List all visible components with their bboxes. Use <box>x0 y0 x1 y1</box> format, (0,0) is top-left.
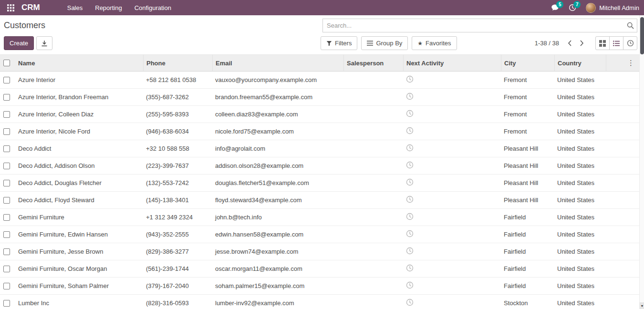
header-city[interactable]: City <box>501 55 554 71</box>
customers-list: Name Phone Email Salesperson Next Activi… <box>0 54 639 309</box>
app-name[interactable]: CRM <box>21 3 40 12</box>
row-select-cell <box>0 145 13 152</box>
customer-email: edwin.hansen58@example.com <box>212 231 343 238</box>
table-row[interactable]: Gemini Furniture, Jesse Brown(829)-386-3… <box>0 243 639 260</box>
header-phone[interactable]: Phone <box>143 55 212 71</box>
menu-sales[interactable]: Sales <box>61 0 89 15</box>
page-title: Customers <box>4 21 45 31</box>
activity-clock-icon[interactable] <box>406 161 414 169</box>
customer-email: jesse.brown74@example.com <box>212 248 343 255</box>
customer-city: Fremont <box>501 128 554 135</box>
user-menu[interactable]: Mitchell Admin <box>586 3 639 13</box>
next-activity-cell <box>403 230 501 239</box>
table-row[interactable]: Deco Addict, Douglas Fletcher(132)-553-7… <box>0 175 639 192</box>
customer-country: United States <box>554 162 606 169</box>
activity-clock-icon[interactable] <box>406 247 414 255</box>
table-row[interactable]: Gemini Furniture, Soham Palmer(379)-167-… <box>0 278 639 295</box>
activity-clock-icon[interactable] <box>406 178 414 186</box>
customer-name: Azure Interior, Nicole Ford <box>13 128 143 135</box>
activities-badge: 7 <box>573 1 581 8</box>
table-row[interactable]: Gemini Furniture+1 312 349 2324john.b@te… <box>0 209 639 226</box>
select-all-checkbox[interactable] <box>3 60 10 66</box>
row-checkbox[interactable] <box>3 248 10 255</box>
activity-clock-icon[interactable] <box>406 230 414 237</box>
filters-button[interactable]: Filters <box>321 36 357 50</box>
next-activity-cell <box>403 213 501 222</box>
activity-clock-icon[interactable] <box>406 264 414 272</box>
menu-configuration[interactable]: Configuration <box>128 0 177 15</box>
menu-reporting[interactable]: Reporting <box>89 0 128 15</box>
activity-clock-icon[interactable] <box>406 144 414 152</box>
activity-clock-icon[interactable] <box>406 299 414 306</box>
row-checkbox[interactable] <box>3 163 10 169</box>
list-view-button[interactable] <box>609 36 623 50</box>
activities-systray-button[interactable]: 7 <box>569 4 576 11</box>
vertical-scrollbar[interactable]: ▼ <box>639 15 644 309</box>
customer-city: Fairfield <box>501 265 554 272</box>
messages-systray-button[interactable]: 5 <box>551 4 559 11</box>
header-country[interactable]: Country <box>554 55 606 71</box>
table-row[interactable]: Deco Addict, Addison Olson(223)-399-7637… <box>0 157 639 175</box>
header-next-activity[interactable]: Next Activity <box>403 55 501 71</box>
scroll-down-arrow[interactable]: ▼ <box>640 302 644 309</box>
table-row[interactable]: Gemini Furniture, Edwin Hansen(943)-352-… <box>0 226 639 243</box>
table-row[interactable]: Lumber Inc(828)-316-0593lumber-inv92@exa… <box>0 295 639 309</box>
row-select-cell <box>0 231 13 238</box>
row-checkbox[interactable] <box>3 77 10 83</box>
row-checkbox[interactable] <box>3 266 10 272</box>
apps-menu-button[interactable] <box>3 0 19 15</box>
row-checkbox[interactable] <box>3 128 10 135</box>
row-checkbox[interactable] <box>3 145 10 152</box>
optional-columns-toggle-icon[interactable]: ⋮ <box>624 59 637 67</box>
group-by-button[interactable]: Group By <box>361 36 408 50</box>
row-checkbox[interactable] <box>3 180 10 186</box>
customer-city: Fairfield <box>501 214 554 221</box>
row-checkbox[interactable] <box>3 231 10 238</box>
row-checkbox[interactable] <box>3 214 10 221</box>
favorites-button[interactable]: ★ Favorites <box>412 36 457 50</box>
table-row[interactable]: Deco Addict, Floyd Steward(145)-138-3401… <box>0 192 639 209</box>
table-row[interactable]: Azure Interior, Nicole Ford(946)-638-603… <box>0 123 639 140</box>
pager-next-button[interactable] <box>576 38 588 48</box>
export-button[interactable] <box>36 36 52 50</box>
activity-clock-icon[interactable] <box>406 281 414 289</box>
row-checkbox[interactable] <box>3 111 10 118</box>
activity-clock-icon[interactable] <box>406 127 414 134</box>
scrollbar-thumb[interactable] <box>640 17 644 54</box>
row-checkbox[interactable] <box>3 283 10 289</box>
activity-clock-icon[interactable] <box>406 196 414 203</box>
table-row[interactable]: Azure Interior, Colleen Diaz(255)-595-83… <box>0 106 639 123</box>
row-select-cell <box>0 111 13 118</box>
pager-previous-button[interactable] <box>564 38 576 48</box>
customer-country: United States <box>554 196 606 204</box>
activity-clock-icon[interactable] <box>406 75 414 83</box>
avatar <box>586 3 596 13</box>
table-row[interactable]: Azure Interior+58 212 681 0538vauxoo@you… <box>0 72 639 89</box>
activity-view-button[interactable] <box>623 36 637 50</box>
customer-phone: (379)-167-2040 <box>143 282 212 289</box>
search-input[interactable] <box>322 19 637 32</box>
kanban-view-button[interactable] <box>595 36 610 50</box>
header-salesperson[interactable]: Salesperson <box>343 55 403 71</box>
row-checkbox[interactable] <box>3 197 10 204</box>
row-checkbox[interactable] <box>3 300 10 307</box>
row-checkbox[interactable] <box>3 94 10 101</box>
create-button[interactable]: Create <box>4 36 34 50</box>
customer-email: colleen.diaz83@example.com <box>212 111 343 118</box>
customer-name: Gemini Furniture, Oscar Morgan <box>13 265 143 272</box>
activity-clock-icon[interactable] <box>406 93 414 100</box>
activity-clock-icon[interactable] <box>406 110 414 117</box>
customer-name: Azure Interior <box>13 76 143 83</box>
table-row[interactable]: Gemini Furniture, Oscar Morgan(561)-239-… <box>0 260 639 278</box>
header-name[interactable]: Name <box>13 55 143 71</box>
customer-city: Fairfield <box>501 231 554 238</box>
download-icon <box>41 40 48 47</box>
header-email[interactable]: Email <box>212 55 343 71</box>
activity-clock-icon[interactable] <box>406 213 414 220</box>
table-row[interactable]: Deco Addict+32 10 588 558info@agrolait.c… <box>0 140 639 157</box>
search-icon[interactable] <box>627 22 634 29</box>
table-row[interactable]: Azure Interior, Brandon Freeman(355)-687… <box>0 89 639 106</box>
messages-badge: 5 <box>556 1 563 8</box>
next-activity-cell <box>403 110 501 119</box>
next-activity-cell <box>403 178 501 187</box>
